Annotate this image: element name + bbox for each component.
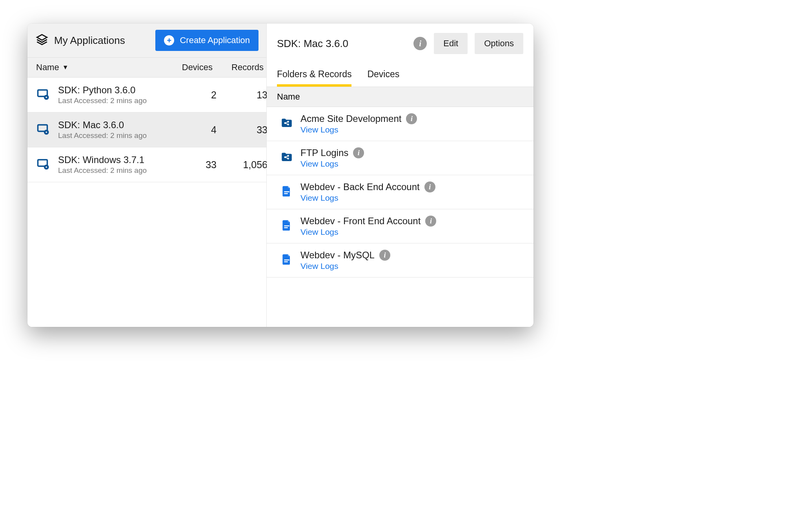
application-row[interactable]: SDK: Python 3.6.0 Last Accessed: 2 mins … [27,78,266,112]
view-logs-link[interactable]: View Logs [300,261,523,271]
application-devices-count: 33 [169,159,217,171]
application-last-accessed: Last Accessed: 2 mins ago [58,131,166,140]
stack-icon [35,33,49,48]
record-row[interactable]: Webdev - Front End Account i View Logs [267,209,533,243]
svg-rect-24 [284,259,289,260]
record-row[interactable]: FTP Logins i View Logs [267,141,533,175]
application-records-count: 1,056 [220,159,268,171]
file-icon [280,185,293,199]
plus-icon: + [164,35,174,45]
svg-rect-25 [284,261,288,262]
app-window: My Applications + Create Application Nam… [27,24,533,327]
device-gear-icon [36,157,50,172]
applications-header: My Applications + Create Application [27,24,266,58]
device-gear-icon [36,122,50,138]
application-row[interactable]: SDK: Mac 3.6.0 Last Accessed: 2 mins ago… [27,112,266,147]
application-records-count: 13 [220,89,268,101]
info-icon[interactable]: i [424,181,435,192]
column-name-label: Name [36,62,59,73]
record-name: FTP Logins [300,147,348,158]
info-icon[interactable]: i [379,250,390,261]
edit-button[interactable]: Edit [434,33,468,54]
tab-folders-records[interactable]: Folders & Records [277,69,351,87]
view-logs-link[interactable]: View Logs [300,125,523,134]
device-gear-icon [36,87,50,103]
record-name: Webdev - Front End Account [300,216,421,227]
application-devices-count: 4 [169,124,217,136]
svg-marker-0 [37,34,47,40]
svg-rect-22 [284,225,289,226]
application-title: SDK: Windows 3.7.1 [58,154,166,165]
record-row[interactable]: Webdev - Back End Account i View Logs [267,175,533,209]
application-title: SDK: Python 3.6.0 [58,85,166,96]
file-icon [280,219,293,233]
applications-title: My Applications [54,34,125,47]
application-devices-count: 2 [169,89,217,101]
view-logs-link[interactable]: View Logs [300,227,523,237]
detail-header: SDK: Mac 3.6.0 i Edit Options [267,24,533,58]
applications-column-header: Name ▼ Devices Records [27,58,266,78]
record-name: Acme Site Development [300,113,401,124]
application-records-count: 33 [220,124,268,136]
detail-column-name: Name [267,87,533,107]
options-button[interactable]: Options [475,33,523,54]
info-icon[interactable]: i [406,113,417,124]
detail-pane: SDK: Mac 3.6.0 i Edit Options Folders & … [267,24,533,327]
info-icon[interactable]: i [425,216,436,227]
info-icon[interactable]: i [413,37,427,50]
column-records-label[interactable]: Records [217,62,264,73]
detail-title: SDK: Mac 3.6.0 [277,38,348,50]
svg-rect-20 [284,191,289,192]
svg-point-9 [46,166,47,168]
application-last-accessed: Last Accessed: 2 mins ago [58,166,166,175]
column-name-sort[interactable]: Name ▼ [36,62,162,73]
record-name: Webdev - MySQL [300,250,375,261]
svg-rect-21 [284,193,288,194]
application-title: SDK: Mac 3.6.0 [58,120,166,131]
view-logs-link[interactable]: View Logs [300,159,523,169]
application-last-accessed: Last Accessed: 2 mins ago [58,96,166,105]
chevron-down-icon: ▼ [62,64,69,71]
view-logs-link[interactable]: View Logs [300,193,523,203]
applications-pane: My Applications + Create Application Nam… [27,24,267,327]
record-row[interactable]: Webdev - MySQL i View Logs [267,243,533,278]
svg-point-3 [46,96,47,98]
record-name: Webdev - Back End Account [300,181,420,192]
info-icon[interactable]: i [353,147,364,158]
file-icon [280,253,293,267]
applications-title-wrap: My Applications [35,33,125,48]
shared-folder-icon [280,151,293,165]
record-row[interactable]: Acme Site Development i View Logs [267,107,533,141]
svg-point-6 [46,131,47,133]
shared-folder-icon [280,116,293,131]
application-row[interactable]: SDK: Windows 3.7.1 Last Accessed: 2 mins… [27,147,266,182]
create-application-button[interactable]: + Create Application [155,30,259,51]
create-application-label: Create Application [180,35,250,45]
svg-rect-23 [284,227,288,228]
tab-devices[interactable]: Devices [367,69,399,87]
column-devices-label[interactable]: Devices [166,62,213,73]
detail-tabs: Folders & Records Devices [267,58,533,87]
